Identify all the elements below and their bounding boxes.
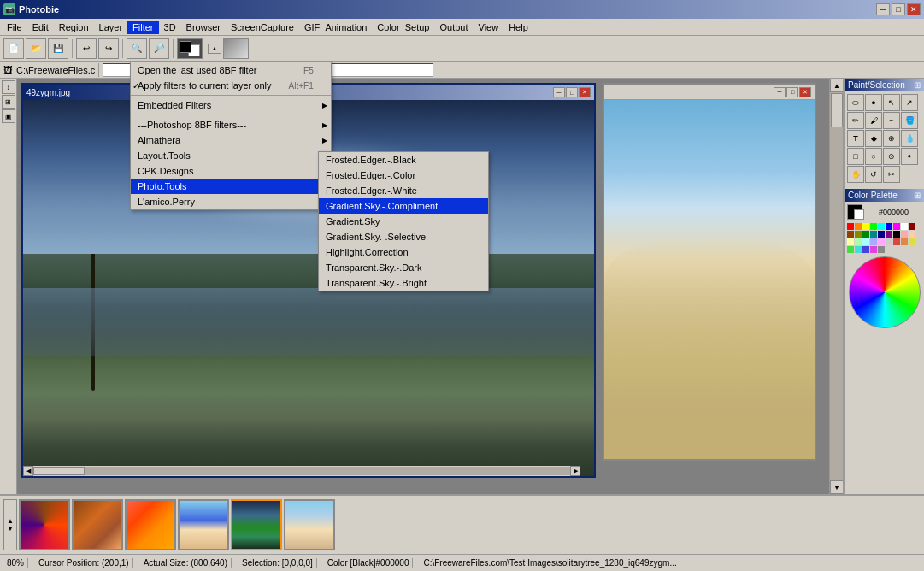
tool-smudge[interactable]: ~ bbox=[883, 112, 900, 129]
close-button[interactable]: ✕ bbox=[907, 3, 921, 15]
swatch-peach[interactable] bbox=[909, 231, 915, 238]
menu-screencapture[interactable]: ScreenCapture bbox=[226, 21, 299, 34]
swatch-light-blue[interactable] bbox=[870, 238, 877, 245]
thumbnail-3[interactable] bbox=[125, 499, 176, 550]
tool-brush[interactable]: 🖌 bbox=[865, 112, 882, 129]
tool-text[interactable]: T bbox=[847, 130, 864, 147]
tool-shape[interactable]: ◆ bbox=[865, 130, 882, 147]
menu-layer[interactable]: Layer bbox=[94, 21, 128, 34]
h-scroll-right[interactable]: ▶ bbox=[570, 466, 580, 476]
filter-almathera[interactable]: Almathera bbox=[131, 132, 331, 148]
submenu-gradient-sky[interactable]: Gradient.Sky bbox=[319, 214, 488, 229]
filter-layout-tools[interactable]: Layout.Tools bbox=[131, 148, 331, 163]
menu-help[interactable]: Help bbox=[503, 21, 533, 34]
tool-rect[interactable]: □ bbox=[847, 148, 864, 165]
tool-hand[interactable]: ✋ bbox=[847, 166, 864, 183]
left-tool-1[interactable]: ↕ bbox=[2, 80, 15, 94]
thumbnail-2[interactable] bbox=[72, 499, 123, 550]
toolbar-open[interactable]: 📂 bbox=[26, 38, 46, 59]
v-scroll-up[interactable]: ▲ bbox=[830, 79, 844, 92]
swatch-gray[interactable] bbox=[886, 238, 892, 245]
menu-edit[interactable]: Edit bbox=[27, 21, 54, 34]
toolbar-zoom-out[interactable]: 🔎 bbox=[149, 38, 169, 59]
swatch-light-cyan[interactable] bbox=[862, 238, 869, 245]
h-scroll-left[interactable]: ◀ bbox=[23, 466, 33, 476]
color-wheel[interactable] bbox=[849, 256, 921, 328]
submenu-highlight-correction[interactable]: Highlight.Correction bbox=[319, 244, 488, 260]
menu-3d[interactable]: 3D bbox=[159, 21, 181, 34]
swatch-magenta[interactable] bbox=[893, 223, 900, 230]
image-window-2-minimize[interactable]: ─ bbox=[774, 87, 786, 97]
swatch-dark-magenta[interactable] bbox=[886, 231, 892, 238]
tool-arrow-2[interactable]: ↗ bbox=[901, 94, 918, 111]
menu-gif[interactable]: GIF_Animation bbox=[299, 21, 372, 34]
secondary-color[interactable] bbox=[854, 209, 864, 220]
tool-rotate[interactable]: ↺ bbox=[865, 166, 882, 183]
menu-colorsetup[interactable]: Color_Setup bbox=[372, 21, 434, 34]
submenu-transparent-dark[interactable]: Transparent.Sky.-.Dark bbox=[319, 260, 488, 275]
tool-circle[interactable]: ○ bbox=[865, 148, 882, 165]
swatch-medium-magenta[interactable] bbox=[870, 246, 877, 253]
menu-file[interactable]: File bbox=[2, 21, 27, 34]
tool-dropper[interactable]: 💧 bbox=[901, 130, 918, 147]
thumb-nav-up[interactable]: ▲▼ bbox=[3, 499, 17, 550]
v-scroll-down[interactable]: ▼ bbox=[830, 480, 844, 494]
menu-view[interactable]: View bbox=[474, 21, 504, 34]
tool-crop[interactable]: ✂ bbox=[883, 166, 900, 183]
image-window-1-maximize[interactable]: □ bbox=[566, 87, 578, 97]
arrow-up[interactable]: ▲ bbox=[208, 44, 221, 54]
submenu-transparent-bright[interactable]: Transparent.Sky.-.Bright bbox=[319, 275, 488, 291]
color-palette-expand[interactable]: ⊞ bbox=[914, 191, 921, 200]
paint-section-expand[interactable]: ⊞ bbox=[914, 80, 921, 90]
color-picker-box[interactable] bbox=[177, 38, 203, 59]
swatch-medium-red[interactable] bbox=[893, 238, 900, 245]
filter-embedded[interactable]: Embedded Filters bbox=[131, 97, 331, 113]
filter-photoshop-8bf[interactable]: ---Photoshop 8BF filters--- bbox=[131, 117, 331, 132]
filter-open-8bf[interactable]: Open the last used 8BF filter F5 bbox=[131, 62, 331, 78]
swatch-orange[interactable] bbox=[855, 223, 862, 230]
swatch-dark-blue[interactable] bbox=[878, 231, 885, 238]
submenu-gradient-sky-selective[interactable]: Gradient.Sky.-.Selective bbox=[319, 229, 488, 244]
thumbnail-5[interactable] bbox=[231, 499, 282, 550]
toolbar-undo[interactable]: ↩ bbox=[76, 38, 97, 59]
swatch-white[interactable] bbox=[901, 223, 908, 230]
submenu-frosted-color[interactable]: Frosted.Edger.-.Color bbox=[319, 168, 488, 183]
filter-cpk-designs[interactable]: CPK.Designs bbox=[131, 163, 331, 179]
swatch-dark-yellow[interactable] bbox=[855, 231, 862, 238]
toolbar-save[interactable]: 💾 bbox=[48, 38, 68, 59]
thumbnail-1[interactable] bbox=[19, 499, 70, 550]
swatch-dark-red[interactable] bbox=[909, 223, 915, 230]
swatch-dark-cyan[interactable] bbox=[870, 231, 877, 238]
toolbar-zoom-in[interactable]: 🔍 bbox=[127, 38, 147, 59]
swatch-light-green[interactable] bbox=[855, 238, 862, 245]
swatch-yellow[interactable] bbox=[862, 223, 869, 230]
swatch-medium-cyan[interactable] bbox=[855, 246, 862, 253]
image-window-2-maximize[interactable]: □ bbox=[786, 87, 798, 97]
toolbar-redo[interactable]: ↪ bbox=[98, 38, 119, 59]
v-scroll-thumb[interactable] bbox=[831, 93, 843, 127]
left-tool-2[interactable]: ⊞ bbox=[2, 95, 15, 109]
menu-output[interactable]: Output bbox=[434, 21, 473, 34]
filter-photo-tools[interactable]: Photo.Tools bbox=[131, 179, 331, 194]
swatch-green[interactable] bbox=[870, 223, 877, 230]
left-tool-3[interactable]: ▣ bbox=[2, 109, 15, 123]
toolbar-new[interactable]: 📄 bbox=[3, 38, 24, 59]
swatch-medium-yellow[interactable] bbox=[909, 238, 915, 245]
thumbnail-4[interactable] bbox=[178, 499, 229, 550]
filter-lamico-perry[interactable]: L'amico.Perry bbox=[131, 194, 331, 209]
swatch-medium-green[interactable] bbox=[847, 246, 854, 253]
tool-clone[interactable]: ⊕ bbox=[883, 130, 900, 147]
minimize-button[interactable]: ─ bbox=[876, 3, 890, 15]
tool-dot[interactable]: ● bbox=[865, 94, 882, 111]
h-scroll-thumb[interactable] bbox=[33, 467, 85, 475]
submenu-frosted-black[interactable]: Frosted.Edger.-.Black bbox=[319, 152, 488, 168]
filter-apply-current-layer[interactable]: Apply filters to current layer only Alt+… bbox=[131, 78, 331, 93]
tool-ellipse-select[interactable]: ⬭ bbox=[847, 94, 864, 111]
menu-region[interactable]: Region bbox=[54, 21, 94, 34]
swatch-red[interactable] bbox=[847, 223, 854, 230]
swatch-medium-blue[interactable] bbox=[862, 246, 869, 253]
swatch-dark-orange[interactable] bbox=[847, 231, 854, 238]
swatch-pink[interactable] bbox=[901, 231, 908, 238]
thumbnail-6[interactable] bbox=[284, 499, 335, 550]
swatch-light-magenta[interactable] bbox=[878, 238, 885, 245]
